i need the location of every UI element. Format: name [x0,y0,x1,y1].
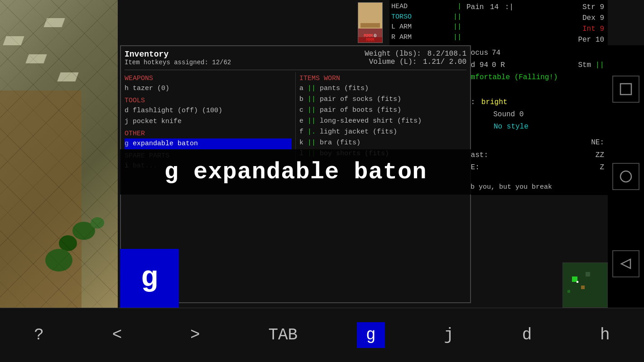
prev-key[interactable]: < [103,326,131,344]
portrait-face [358,3,382,29]
mobile-buttons-panel [608,45,644,308]
bracket-line: ] Sound 0 [466,109,604,121]
item-j-knife[interactable]: j pocket knife [125,116,292,127]
torso-label: TORSO [391,12,412,23]
status-comfortable: omfortable (Falling!) [466,71,604,84]
l-arm-label: L ARM [391,22,412,33]
head-label: HEAD [391,2,408,12]
hotkeys-info: Item hotkeys assigned: 12/62 [125,59,231,66]
lighting-line: g: bright [466,96,604,109]
back-button[interactable] [612,250,639,277]
worn-c-boots[interactable]: c || pair of boots (fits) [299,105,466,116]
int-stat: Int 9 [582,24,604,34]
item-g-baton[interactable]: g expandable baton [125,138,292,149]
weight-info: Weight (lbs): 8.2/108.1 [365,50,466,58]
sound-label: Sound 0 [493,110,524,119]
status-panel: Focus 74 pd 94 0 R Stm || omfortable (Fa… [463,45,608,195]
legs-indicator: MMM [366,38,374,43]
item-h-tazer[interactable]: h tazer (0) [125,83,292,94]
minimap [562,262,608,308]
circle-icon [618,168,634,185]
j-key[interactable]: j [435,326,463,344]
item-display-overlay: g expandable baton [120,149,471,195]
per-stat: Per 10 [578,34,604,45]
se-value: Z [600,162,604,174]
r-arm-label: R ARM [391,33,412,43]
item-d-flashlight[interactable]: d flashlight (off) (100) [125,105,292,116]
ne-label: NE: [591,137,604,149]
hotkey-indicator[interactable]: g [120,249,179,308]
character-portrait: MMM 0 MMM [358,2,383,43]
h-key[interactable]: h [591,326,619,344]
square-button[interactable] [612,76,639,103]
stats-panel: Pain 14 :| Str 9 Dex 9 Int 9 Per 10 [463,0,608,47]
svg-marker-2 [621,259,630,268]
dex-stat: Dex 9 [582,13,604,24]
worn-b-socks[interactable]: b || pair of socks (fits) [299,94,466,105]
directions-panel: NE: East: ZZ SE: Z [466,137,604,174]
worn-k-bra[interactable]: k || bra (fits) [299,138,466,148]
worn-a-pants[interactable]: a || pants (fits) [299,83,466,94]
log-line: ab you, but you break [466,181,604,193]
str-stat: Str 9 [582,2,604,13]
other-header: OTHER [125,130,292,138]
pain-label: Pain 14 :| [466,2,514,13]
square-icon [618,81,634,97]
inventory-title: Inventory [125,50,231,59]
question-key[interactable]: ? [25,326,53,344]
tools-header: TOOLS [125,97,292,105]
circle-button[interactable] [612,163,639,190]
inventory-header: Inventory Item hotkeys assigned: 12/62 W… [125,50,466,66]
game-world [0,0,118,308]
style-line: No style [466,121,604,133]
worn-f-jacket[interactable]: f |. light jacket (fits) [299,127,466,138]
bottom-keyboard: ? < > TAB g j d h [0,308,644,362]
g-key[interactable]: g [357,322,385,348]
volume-info: Volume (L): 1.21/ 2.00 [365,58,466,66]
next-key[interactable]: > [181,326,209,344]
worn-header: ITEMS WORN [299,75,466,82]
focus-value: 74 [492,47,500,59]
tab-key[interactable]: TAB [259,326,307,344]
extra-status: r [466,84,604,96]
worn-e-shirt[interactable]: e || long-sleeved shirt (fits) [299,116,466,127]
east-value: ZZ [596,149,604,162]
svg-rect-0 [620,84,631,95]
d-key[interactable]: d [513,326,541,344]
hp-extra: 0 R [492,59,505,71]
lighting-value: bright [481,98,508,106]
weapons-header: WEAPONS [125,75,292,82]
svg-point-1 [620,171,631,182]
stm-label: Stm || [578,59,604,71]
triangle-icon [618,256,634,272]
